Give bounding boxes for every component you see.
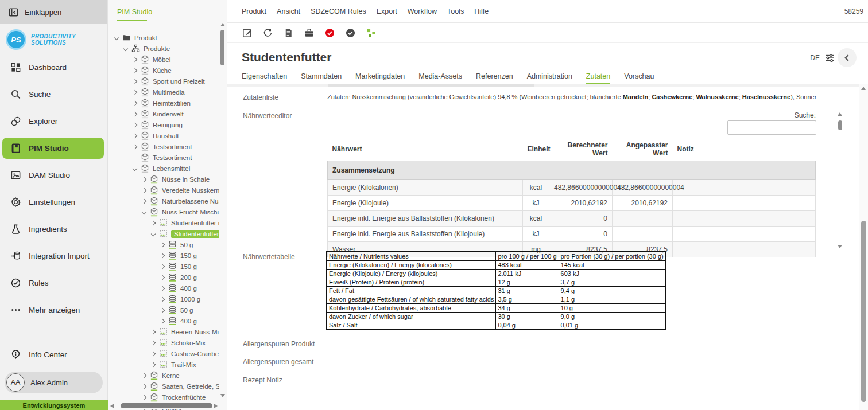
tree-node[interactable]: Trail-Mix: [108, 359, 219, 370]
scroll-left-arrow[interactable]: [110, 404, 114, 408]
tree-node[interactable]: Veredelte Nusskerne &: [108, 185, 219, 196]
sidebar-item-rules[interactable]: Rules: [0, 270, 107, 296]
tree-node[interactable]: 150 g: [108, 261, 219, 272]
sidebar-item-dashboard[interactable]: Dashboard: [0, 54, 107, 81]
tree-node[interactable]: Testsortiment: [108, 141, 219, 152]
chevron-right-icon[interactable]: [133, 111, 137, 116]
status-dark-check-button[interactable]: [345, 28, 356, 39]
chevron-right-icon[interactable]: [151, 362, 156, 366]
editor-vertical-scrollbar[interactable]: [836, 112, 844, 248]
scroll-up-arrow[interactable]: [220, 23, 225, 26]
chevron-right-icon[interactable]: [142, 188, 146, 192]
tree-node[interactable]: Sport und Freizeit: [108, 76, 219, 87]
chevron-right-icon[interactable]: [142, 198, 146, 203]
tab-vorschau[interactable]: Vorschau: [624, 72, 654, 84]
chevron-right-icon[interactable]: [133, 133, 137, 138]
editor-row[interactable]: Energie inkl. Energie aus Ballaststoffen…: [328, 211, 816, 227]
menu-ansicht[interactable]: Ansicht: [277, 7, 300, 15]
chevron-down-icon[interactable]: [151, 231, 156, 236]
tree-node[interactable]: 200 g: [108, 272, 219, 283]
chevron-right-icon[interactable]: [160, 242, 165, 247]
chevron-right-icon[interactable]: [133, 144, 137, 149]
tree-node[interactable]: 400 g: [108, 315, 219, 326]
editor-section-row[interactable]: Zusammensetzung: [328, 161, 816, 180]
tree-node[interactable]: Kerne: [108, 370, 219, 381]
scroll-up-arrow[interactable]: [838, 112, 842, 116]
tree-panel-tab[interactable]: PIM Studio: [108, 0, 227, 16]
chevron-right-icon[interactable]: [142, 384, 146, 388]
tab-stammdaten[interactable]: Stammdaten: [301, 72, 342, 84]
language-selector[interactable]: DE: [810, 54, 820, 62]
adjusted-value[interactable]: [613, 227, 673, 242]
tree-node[interactable]: Produkt: [108, 32, 219, 43]
editor-column-header[interactable]: Nährwert: [328, 138, 523, 161]
menu-tools[interactable]: Tools: [447, 7, 464, 15]
tree-node[interactable]: Testsortiment: [108, 152, 219, 163]
briefcase-button[interactable]: [304, 28, 315, 39]
chevron-down-icon[interactable]: [133, 166, 137, 170]
scroll-thumb[interactable]: [220, 30, 224, 65]
sidebar-item-integration-import[interactable]: Integration Import: [0, 243, 107, 270]
tree-node[interactable]: Möbel: [108, 54, 219, 65]
search-input[interactable]: [727, 120, 816, 135]
tree-node[interactable]: Saaten, Getreide, Sons: [108, 381, 219, 392]
tab-zutaten[interactable]: Zutaten: [586, 72, 610, 84]
scroll-thumb[interactable]: [861, 221, 866, 402]
chevron-right-icon[interactable]: [151, 351, 156, 356]
tree-node[interactable]: Reinigung: [108, 119, 219, 130]
menu-workflow[interactable]: Workflow: [408, 7, 437, 15]
chevron-down-icon[interactable]: [142, 209, 146, 214]
chevron-right-icon[interactable]: [133, 68, 137, 72]
tree-node[interactable]: 400 g: [108, 283, 219, 294]
scroll-thumb[interactable]: [121, 403, 212, 408]
chevron-right-icon[interactable]: [133, 100, 137, 105]
scroll-down-arrow[interactable]: [220, 394, 225, 397]
sidebar-item-dam-studio[interactable]: DAM Studio: [0, 162, 107, 189]
chevron-right-icon[interactable]: [142, 373, 146, 377]
tab-media-assets[interactable]: Media-Assets: [418, 72, 462, 84]
tree-node[interactable]: Haushalt: [108, 130, 219, 141]
chevron-right-icon[interactable]: [142, 395, 146, 399]
chevron-right-icon[interactable]: [151, 220, 156, 225]
chevron-down-icon[interactable]: [123, 46, 128, 50]
menu-hilfe[interactable]: Hilfe: [474, 7, 489, 15]
note-cell[interactable]: [673, 180, 816, 196]
tree-node[interactable]: Nuss-Frucht-Mischung: [108, 206, 219, 217]
tab-administration[interactable]: Administration: [527, 72, 572, 84]
tab-eigenschaften[interactable]: Eigenschaften: [242, 72, 287, 84]
tree-node[interactable]: Studentenfutter: [108, 228, 219, 239]
tree-node[interactable]: 150 g: [108, 250, 219, 261]
chevron-right-icon[interactable]: [160, 307, 165, 312]
tree-node[interactable]: Cashew-Cranberry-: [108, 348, 219, 359]
tree-node[interactable]: Heimtextilien: [108, 97, 219, 108]
menu-produkt[interactable]: Produkt: [242, 7, 266, 15]
chevron-right-icon[interactable]: [133, 57, 137, 61]
tree-node[interactable]: Beeren-Nuss-Mix: [108, 326, 219, 337]
editor-row[interactable]: Energie inkl. Energie aus Ballaststoffen…: [328, 227, 816, 242]
editor-row[interactable]: Energie (Kilojoule)kJ2010,621922010,6219…: [328, 196, 816, 211]
page-vertical-scrollbar[interactable]: [859, 84, 868, 410]
collapse-panel-button[interactable]: [838, 48, 857, 67]
edit-button[interactable]: [242, 28, 253, 39]
sidebar-item-info-center[interactable]: Info Center: [0, 341, 107, 368]
menu-sdzecom-rules[interactable]: SDZeCOM Rules: [311, 7, 366, 15]
chevron-right-icon[interactable]: [160, 275, 165, 279]
sidebar-item-suche[interactable]: Suche: [0, 81, 107, 108]
collapse-sidebar-button[interactable]: Einklappen: [0, 0, 107, 24]
chevron-right-icon[interactable]: [160, 286, 165, 290]
content-horizontal-scrollbar[interactable]: [227, 84, 859, 87]
chevron-right-icon[interactable]: [151, 329, 156, 334]
note-cell[interactable]: [673, 242, 816, 257]
tab-referenzen[interactable]: Referenzen: [476, 72, 513, 84]
tree-node[interactable]: 50 g: [108, 304, 219, 315]
chevron-right-icon[interactable]: [133, 122, 137, 127]
note-cell[interactable]: [673, 196, 816, 211]
note-cell[interactable]: [673, 227, 816, 242]
sidebar-item-ingredients[interactable]: Ingredients: [0, 216, 107, 243]
chevron-right-icon[interactable]: [160, 318, 165, 323]
tree-node[interactable]: Produkte: [108, 43, 219, 54]
chevron-right-icon[interactable]: [133, 79, 137, 83]
menu-export[interactable]: Export: [377, 7, 397, 15]
chevron-right-icon[interactable]: [151, 340, 156, 345]
tree-node[interactable]: Multimedia: [108, 87, 219, 97]
